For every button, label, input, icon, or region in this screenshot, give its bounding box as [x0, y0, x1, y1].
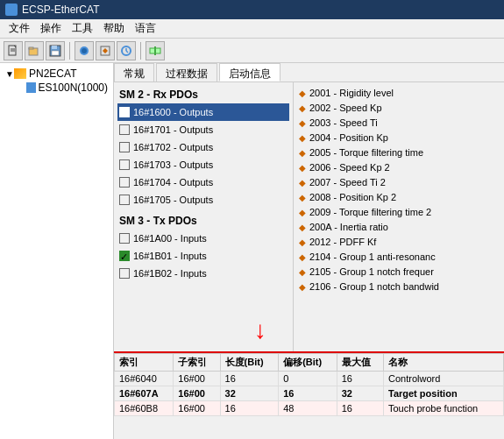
pdo-item-rx-0[interactable]: ✓ 16#1600 - Outputs: [117, 103, 289, 121]
obj-bullet-11: ◆: [299, 252, 306, 262]
obj-item-3[interactable]: ◆ 2004 - Position Kp: [297, 131, 500, 145]
obj-item-0[interactable]: ◆ 2001 - Rigidity level: [297, 86, 500, 101]
pdo-checkbox-rx-5[interactable]: [119, 195, 130, 205]
tree-child: ES100N(1000): [4, 81, 110, 95]
sm2-title: SM 2 - Rx PDOs: [117, 86, 289, 103]
col-name: 名称: [383, 354, 503, 372]
pdo-rx-0-id: 16#1600: [133, 107, 171, 117]
obj-bullet-6: ◆: [299, 178, 306, 188]
detail-cell-name-2: Touch probe function: [383, 401, 503, 416]
tree-device[interactable]: ES100N(1000): [18, 81, 110, 95]
pdo-checkbox-rx-0[interactable]: ✓: [119, 107, 130, 117]
obj-item-9[interactable]: ◆ 200A - Inertia ratio: [297, 220, 500, 235]
obj-label-10: 2012 - PDFF Kf: [309, 237, 376, 247]
obj-panel: ◆ 2001 - Rigidity level ◆ 2002 - Speed K…: [294, 82, 504, 351]
detail-row-2[interactable]: 16#60B816#00164816Touch probe function: [115, 401, 504, 416]
pdo-checkbox-rx-4[interactable]: [119, 177, 130, 188]
obj-bullet-0: ◆: [299, 89, 306, 98]
toolbar-icon-4[interactable]: [146, 41, 165, 60]
pdo-item-rx-3[interactable]: 16#1703 - Outputs: [117, 156, 289, 173]
detail-cell-offset-1: 16: [279, 386, 337, 401]
obj-bullet-8: ◆: [299, 208, 306, 217]
menu-operate[interactable]: 操作: [35, 19, 67, 38]
menu-help[interactable]: 帮助: [98, 19, 130, 38]
tab-process[interactable]: 过程数据: [156, 63, 217, 81]
detail-cell-subindex-2: 16#00: [174, 401, 220, 416]
obj-label-2: 2003 - Speed Ti: [309, 117, 378, 128]
menu-lang[interactable]: 语言: [130, 19, 161, 38]
pdo-checkbox-rx-3[interactable]: [119, 159, 130, 170]
col-offset: 偏移(Bit): [279, 354, 337, 372]
detail-row-0[interactable]: 16#604016#0016016Controlword: [115, 372, 504, 386]
col-subindex: 子索引: [174, 354, 220, 372]
obj-item-13[interactable]: ◆ 2106 - Group 1 notch bandwid: [297, 280, 500, 294]
pdo-item-rx-5[interactable]: 16#1705 - Outputs: [117, 191, 289, 209]
device-icon: [26, 82, 36, 93]
obj-item-2[interactable]: ◆ 2003 - Speed Ti: [297, 116, 500, 131]
pdo-rx-0-label: Outputs: [180, 107, 214, 117]
toolbar: [0, 39, 504, 63]
tree-collapse-icon: ▼: [5, 69, 14, 79]
obj-bullet-9: ◆: [299, 223, 306, 232]
pdo-rx-4-label: Outputs: [180, 177, 214, 188]
toolbar-icon-1[interactable]: [75, 41, 94, 60]
pdo-item-tx-2[interactable]: 16#1B02 - Inputs: [117, 265, 289, 282]
obj-item-1[interactable]: ◆ 2002 - Speed Kp: [297, 101, 500, 116]
detail-cell-length-1: 32: [220, 386, 279, 401]
obj-label-8: 2009 - Torque filtering time 2: [309, 207, 431, 217]
app-title: ECSP-EtherCAT: [22, 4, 99, 16]
obj-item-6[interactable]: ◆ 2007 - Speed Ti 2: [297, 175, 500, 190]
obj-item-11[interactable]: ◆ 2104 - Group 1 anti-resonanc: [297, 250, 500, 265]
detail-cell-length-0: 16: [220, 372, 279, 386]
tree-root-label: PN2ECAT: [29, 67, 76, 80]
title-bar: ECSP-EtherCAT: [0, 0, 504, 19]
pdo-item-rx-2[interactable]: 16#1702 - Outputs: [117, 138, 289, 156]
upper-content: SM 2 - Rx PDOs ✓ 16#1600 - Outputs 16#17…: [114, 82, 504, 351]
tab-startup[interactable]: 启动信息: [219, 63, 280, 81]
pdo-item-tx-0[interactable]: 16#1A00 - Inputs: [117, 230, 289, 247]
pdo-tx-1-label: Inputs: [181, 251, 207, 261]
detail-cell-index-0: 16#6040: [115, 372, 174, 386]
obj-label-13: 2106 - Group 1 notch bandwid: [309, 281, 439, 292]
pdo-tx-0-label: Inputs: [181, 233, 207, 244]
menu-tools[interactable]: 工具: [67, 19, 98, 38]
pdo-checkbox-tx-0[interactable]: [119, 233, 130, 244]
detail-cell-offset-2: 48: [279, 401, 337, 416]
new-button[interactable]: [4, 41, 23, 60]
pdo-checkbox-tx-2[interactable]: [119, 268, 130, 279]
pdo-item-rx-1[interactable]: 16#1701 - Outputs: [117, 121, 289, 138]
detail-row-1[interactable]: 16#607A16#00321632Target position: [115, 386, 504, 401]
pdo-checkbox-rx-1[interactable]: [119, 124, 130, 135]
svg-rect-6: [52, 46, 57, 49]
menu-bar: 文件 操作 工具 帮助 语言: [0, 19, 504, 39]
obj-item-8[interactable]: ◆ 2009 - Torque filtering time 2: [297, 205, 500, 220]
col-maxval: 最大值: [337, 354, 383, 372]
save-button[interactable]: [46, 41, 65, 60]
obj-bullet-12: ◆: [299, 267, 306, 277]
detail-cell-index-2: 16#60B8: [115, 401, 174, 416]
menu-file[interactable]: 文件: [4, 19, 35, 38]
pdo-item-rx-4[interactable]: 16#1704 - Outputs: [117, 173, 289, 191]
pdo-checkbox-rx-2[interactable]: [119, 142, 130, 152]
obj-item-12[interactable]: ◆ 2105 - Group 1 notch frequer: [297, 265, 500, 280]
detail-cell-length-2: 16: [220, 401, 279, 416]
toolbar-icon-2[interactable]: [96, 41, 115, 60]
pdo-item-tx-1[interactable]: ✓ 16#1B01 - Inputs: [117, 247, 289, 265]
pdo-rx-1-id: 16#1701: [133, 124, 171, 135]
detail-cell-maxval-2: 16: [337, 401, 383, 416]
toolbar-icon-3[interactable]: [117, 41, 136, 60]
obj-item-5[interactable]: ◆ 2006 - Speed Kp 2: [297, 160, 500, 175]
obj-bullet-3: ◆: [299, 133, 306, 143]
obj-item-4[interactable]: ◆ 2005 - Torque filtering time: [297, 145, 500, 160]
tree-root[interactable]: ▼ PN2ECAT: [4, 67, 110, 81]
open-button[interactable]: [25, 41, 44, 60]
obj-item-7[interactable]: ◆ 2008 - Position Kp 2: [297, 190, 500, 205]
pdo-checkbox-tx-1[interactable]: ✓: [119, 251, 130, 261]
pdo-rx-5-label: Outputs: [180, 195, 214, 205]
obj-item-10[interactable]: ◆ 2012 - PDFF Kf: [297, 235, 500, 250]
obj-bullet-2: ◆: [299, 118, 306, 128]
tabs: 常规 过程数据 启动信息: [114, 63, 504, 82]
obj-label-11: 2104 - Group 1 anti-resonanc: [309, 251, 436, 262]
tab-general[interactable]: 常规: [114, 63, 154, 81]
sm3-title: SM 3 - Tx PDOs: [117, 212, 289, 230]
